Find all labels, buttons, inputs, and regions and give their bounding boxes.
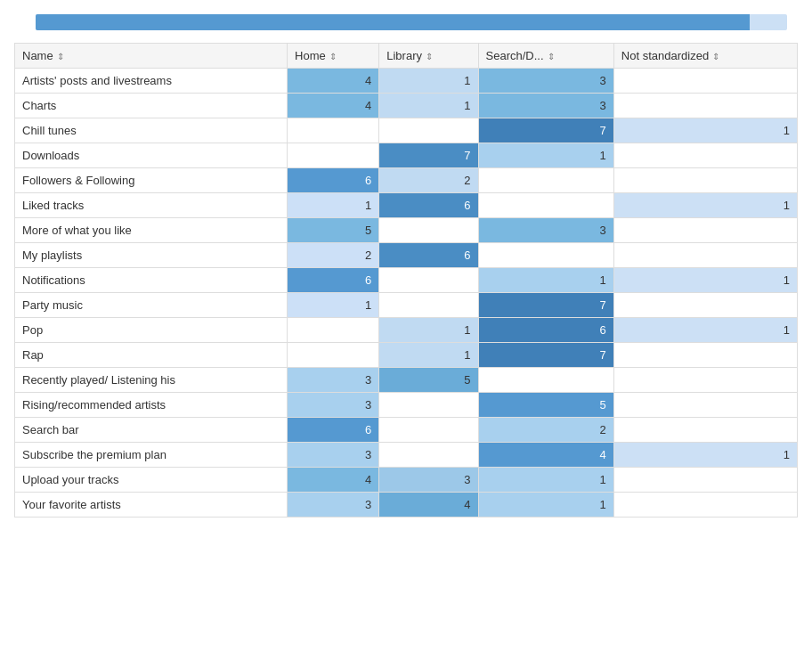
table-row: Artists' posts and livestreams413	[15, 69, 798, 94]
cell-home: 1	[288, 193, 379, 218]
cell-name: Upload your tracks	[15, 468, 288, 493]
cell-value: 3	[600, 74, 606, 87]
cell-value: 7	[600, 298, 606, 312]
cell-library: 3	[379, 468, 478, 493]
cell-library: 1	[379, 69, 478, 94]
cell-library	[379, 443, 478, 468]
table-row: Subscribe the premium plan341	[15, 443, 798, 468]
sort-icon-notstd: ⇕	[712, 52, 719, 61]
cell-value: 6	[365, 423, 371, 436]
cell-value: 4	[365, 473, 371, 486]
table-row: Your favorite artists341	[15, 493, 798, 518]
table-row: Notifications611	[15, 268, 798, 293]
sort-icon-name: ⇕	[57, 52, 64, 61]
cell-notstd	[613, 393, 797, 418]
table-row: Chill tunes71	[15, 118, 798, 143]
table-header: Name⇕Home⇕Library⇕Search/D...⇕Not standa…	[15, 44, 798, 69]
cell-home: 3	[288, 368, 379, 393]
cell-library: 6	[379, 193, 478, 218]
cell-value: 1	[600, 273, 606, 287]
cell-value: 2	[600, 423, 606, 436]
table-row: Rap17	[15, 343, 798, 368]
cell-value: 1	[600, 498, 606, 511]
cell-value: 1	[600, 473, 606, 486]
cell-home: 4	[288, 69, 379, 94]
cell-home: 6	[288, 168, 379, 193]
cell-value: 1	[784, 199, 790, 212]
cell-value: 7	[464, 149, 470, 162]
cell-name: Rap	[15, 343, 288, 368]
col-header-notstd[interactable]: Not standardized⇕	[613, 44, 797, 69]
cell-name: My playlists	[15, 243, 288, 268]
col-header-home[interactable]: Home⇕	[288, 44, 379, 69]
cell-search: 1	[478, 143, 613, 168]
cell-notstd: 1	[613, 443, 797, 468]
data-table: Name⇕Home⇕Library⇕Search/D...⇕Not standa…	[14, 43, 798, 518]
cell-value: 2	[365, 249, 371, 262]
cell-home: 5	[288, 218, 379, 243]
cell-notstd	[613, 69, 797, 94]
col-header-search[interactable]: Search/D...⇕	[478, 44, 613, 69]
cell-search: 1	[478, 493, 613, 518]
cell-name: Artists' posts and livestreams	[15, 69, 288, 94]
cell-home	[288, 118, 379, 143]
cell-search	[478, 243, 613, 268]
table-row: Search bar62	[15, 418, 798, 443]
cell-notstd	[613, 168, 797, 193]
cell-name: More of what you like	[15, 218, 288, 243]
sort-icon-home: ⇕	[329, 52, 337, 61]
col-header-name[interactable]: Name⇕	[15, 44, 288, 69]
cell-home: 3	[288, 443, 379, 468]
cell-value: 1	[365, 298, 371, 312]
header-row: Name⇕Home⇕Library⇕Search/D...⇕Not standa…	[15, 44, 798, 69]
cell-value: 6	[600, 323, 606, 337]
cell-value: 6	[365, 273, 371, 287]
cell-notstd	[613, 418, 797, 443]
progress-bar-fill	[36, 14, 750, 30]
cell-library	[379, 118, 478, 143]
cell-value: 3	[464, 473, 470, 486]
cell-search	[478, 168, 613, 193]
cell-value: 1	[784, 124, 790, 137]
cell-notstd	[613, 243, 797, 268]
cell-library: 1	[379, 318, 478, 343]
cell-home: 2	[288, 243, 379, 268]
cell-value: 5	[600, 398, 606, 412]
cell-home: 3	[288, 493, 379, 518]
cell-home: 1	[288, 293, 379, 318]
cell-notstd	[613, 493, 797, 518]
cell-name: Charts	[15, 94, 288, 118]
cell-library	[379, 218, 478, 243]
cell-notstd	[613, 94, 797, 118]
cell-value: 3	[600, 224, 606, 237]
cell-home	[288, 143, 379, 168]
cell-notstd	[613, 293, 797, 318]
cell-home: 4	[288, 94, 379, 118]
cell-name: Search bar	[15, 418, 288, 443]
cell-home: 6	[288, 418, 379, 443]
sort-icon-library: ⇕	[426, 52, 433, 61]
table-body: Artists' posts and livestreams413Charts4…	[15, 69, 798, 518]
table-row: My playlists26	[15, 243, 798, 268]
cell-value: 5	[464, 373, 470, 387]
cell-search: 7	[478, 343, 613, 368]
cell-value: 6	[365, 174, 371, 187]
cell-name: Rising/recommended artists	[15, 393, 288, 418]
cell-library: 5	[379, 368, 478, 393]
cell-value: 7	[600, 348, 606, 362]
cell-search: 1	[478, 468, 613, 493]
cell-value: 2	[464, 174, 470, 187]
cell-library: 4	[379, 493, 478, 518]
table-row: Followers & Following62	[15, 168, 798, 193]
cell-search	[478, 193, 613, 218]
col-header-library[interactable]: Library⇕	[379, 44, 478, 69]
cell-search: 2	[478, 418, 613, 443]
cell-library	[379, 268, 478, 293]
cell-home	[288, 318, 379, 343]
cell-library	[379, 293, 478, 318]
cell-value: 5	[365, 224, 371, 237]
cell-value: 1	[365, 199, 371, 212]
cell-search: 1	[478, 268, 613, 293]
cell-notstd	[613, 368, 797, 393]
table-row: Upload your tracks431	[15, 468, 798, 493]
